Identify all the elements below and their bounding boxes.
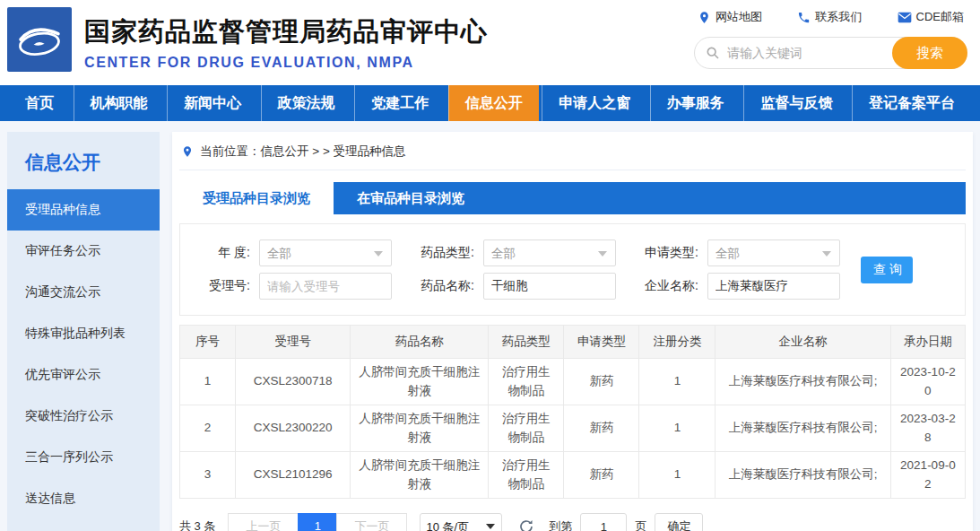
location-pin-icon — [181, 145, 194, 158]
cell-reg-class: 1 — [639, 452, 715, 499]
site-header: 国家药品监督管理局药品审评中心 CENTER FOR DRUG EVALUATI… — [0, 0, 980, 85]
year-label: 年 度: — [193, 245, 250, 261]
goto-page-input[interactable] — [580, 513, 627, 531]
column-header: 药品类型 — [489, 326, 564, 359]
cell-reg-class: 1 — [639, 359, 715, 405]
mail-icon — [898, 12, 912, 23]
query-button[interactable]: 查询 — [861, 257, 913, 283]
column-header: 序号 — [180, 326, 236, 359]
contact-link[interactable]: 联系我们 — [797, 9, 862, 25]
sidebar-item[interactable]: 送达信息 — [7, 478, 160, 519]
apply-type-select[interactable]: 全部 — [707, 239, 840, 266]
nav-item[interactable]: 信息公开 — [448, 85, 539, 121]
cell-apply-type: 新药 — [564, 359, 639, 405]
cell-index: 1 — [180, 359, 236, 405]
nav-item[interactable]: 登记备案平台 — [852, 85, 971, 121]
nav-item[interactable]: 监督与反馈 — [743, 85, 848, 121]
sidebar-item[interactable]: 共性问题 — [7, 519, 160, 531]
nav-item[interactable]: 办事服务 — [650, 85, 741, 121]
cell-drug-type: 治疗用生物制品 — [489, 405, 564, 452]
site-title: 国家药品监督管理局药品审评中心 — [84, 14, 488, 50]
drug-name-label: 药品名称: — [404, 278, 474, 294]
drug-type-label: 药品类型: — [404, 245, 474, 261]
tab[interactable]: 受理品种目录浏览 — [179, 182, 334, 214]
year-select[interactable]: 全部 — [259, 239, 392, 266]
refresh-button[interactable] — [518, 518, 534, 531]
nav-item[interactable]: 新闻中心 — [167, 85, 257, 121]
cell-company: 上海莱馥医疗科技有限公司; — [715, 405, 890, 452]
cell-drug-name: 人脐带间充质干细胞注射液 — [351, 452, 489, 499]
cell-index: 2 — [180, 405, 236, 452]
filter-box: 年 度: 全部 药品类型: 全部 申请类型: 全部 受理号: — [179, 223, 966, 316]
phone-icon — [797, 11, 811, 24]
total-count: 共 3 条 — [179, 518, 215, 531]
table-header-row: 序号受理号药品名称药品类型申请类型注册分类企业名称承办日期 — [180, 326, 966, 359]
cell-company: 上海莱馥医疗科技有限公司; — [715, 359, 890, 405]
cell-drug-type: 治疗用生物制品 — [489, 452, 564, 499]
page-size-select[interactable]: 10 条/页 — [420, 513, 502, 531]
location-pin-icon — [698, 11, 711, 24]
search-bar: 搜索 — [694, 37, 967, 69]
current-page-button[interactable]: 1 — [298, 513, 337, 531]
cell-acceptance-no: CXSL2300220 — [236, 405, 351, 452]
sidebar-item[interactable]: 突破性治疗公示 — [7, 396, 160, 437]
sidebar-item[interactable]: 三合一序列公示 — [7, 437, 160, 478]
nav-item[interactable]: 机构职能 — [74, 85, 164, 121]
nav-item[interactable]: 党建工作 — [354, 85, 445, 121]
sitemap-link[interactable]: 网站地图 — [698, 9, 762, 25]
mail-link[interactable]: CDE邮箱 — [898, 9, 964, 25]
search-button[interactable]: 搜索 — [892, 37, 967, 69]
nav-item[interactable]: 首页 — [9, 85, 70, 121]
confirm-button[interactable]: 确定 — [655, 513, 703, 531]
quick-links: 网站地图 联系我们 CDE邮箱 — [694, 9, 967, 25]
breadcrumb: 当前位置：信息公开 > > 受理品种信息 — [179, 134, 966, 170]
drug-type-select[interactable]: 全部 — [483, 239, 616, 266]
results-table: 序号受理号药品名称药品类型申请类型注册分类企业名称承办日期 1 CXSL2300… — [179, 325, 966, 499]
acceptance-no-label: 受理号: — [193, 278, 250, 294]
tab-bar: 受理品种目录浏览在审品种目录浏览 — [179, 182, 966, 214]
column-header: 受理号 — [236, 326, 351, 359]
nav-item[interactable]: 政策法规 — [261, 85, 351, 121]
cell-company: 上海莱馥医疗科技有限公司; — [715, 452, 890, 499]
prev-page-button[interactable]: 上一页 — [228, 513, 299, 531]
goto-suffix: 页 — [635, 518, 646, 531]
magnifier-icon — [706, 46, 720, 60]
table-row: 3 CXSL2101296 人脐带间充质干细胞注射液 治疗用生物制品 新药 1 … — [180, 452, 966, 499]
sidebar-items: 受理品种信息审评任务公示沟通交流公示特殊审批品种列表优先审评公示突破性治疗公示三… — [7, 189, 160, 531]
column-header: 注册分类 — [639, 326, 715, 359]
refresh-icon — [518, 518, 534, 531]
sidebar-item[interactable]: 受理品种信息 — [7, 189, 160, 231]
cell-date: 2023-03-28 — [890, 405, 965, 452]
cell-apply-type: 新药 — [564, 405, 639, 452]
cell-index: 3 — [180, 452, 236, 499]
sidebar-item[interactable]: 优先审评公示 — [7, 354, 160, 396]
sidebar-item[interactable]: 沟通交流公示 — [7, 272, 160, 313]
site-subtitle: CENTER FOR DRUG EVALUATION, NMPA — [84, 55, 488, 71]
goto-prefix: 到第 — [549, 518, 572, 531]
cell-reg-class: 1 — [639, 405, 715, 452]
drug-name-input[interactable] — [483, 273, 616, 300]
apply-type-label: 申请类型: — [629, 245, 698, 261]
acceptance-no-input[interactable] — [259, 273, 392, 300]
cell-date: 2021-09-02 — [890, 452, 965, 499]
sidebar-title: 信息公开 — [7, 132, 160, 189]
sidebar-item[interactable]: 审评任务公示 — [7, 231, 160, 272]
cell-drug-name: 人脐带间充质干细胞注射液 — [351, 359, 489, 405]
cell-acceptance-no: CXSL2101296 — [236, 452, 351, 499]
company-label: 企业名称: — [629, 278, 698, 294]
cell-drug-type: 治疗用生物制品 — [489, 359, 564, 405]
cell-apply-type: 新药 — [564, 452, 639, 499]
nav-item[interactable]: 申请人之窗 — [542, 85, 646, 121]
column-header: 企业名称 — [715, 326, 890, 359]
cell-date: 2023-10-20 — [890, 359, 965, 405]
company-input[interactable] — [707, 273, 840, 300]
table-row: 2 CXSL2300220 人脐带间充质干细胞注射液 治疗用生物制品 新药 1 … — [180, 405, 966, 452]
breadcrumb-text: 当前位置：信息公开 > > 受理品种信息 — [200, 144, 406, 160]
cde-logo — [7, 7, 72, 72]
cell-acceptance-no: CXSL2300718 — [236, 359, 351, 405]
main-panel: 当前位置：信息公开 > > 受理品种信息 受理品种目录浏览在审品种目录浏览 年 … — [172, 132, 973, 531]
next-page-button[interactable]: 下一页 — [336, 513, 407, 531]
sidebar-item[interactable]: 特殊审批品种列表 — [7, 313, 160, 354]
pagination: 共 3 条 上一页 1 下一页 10 条/页 到第 页 确定 — [179, 513, 966, 531]
tab[interactable]: 在审品种目录浏览 — [334, 182, 488, 214]
